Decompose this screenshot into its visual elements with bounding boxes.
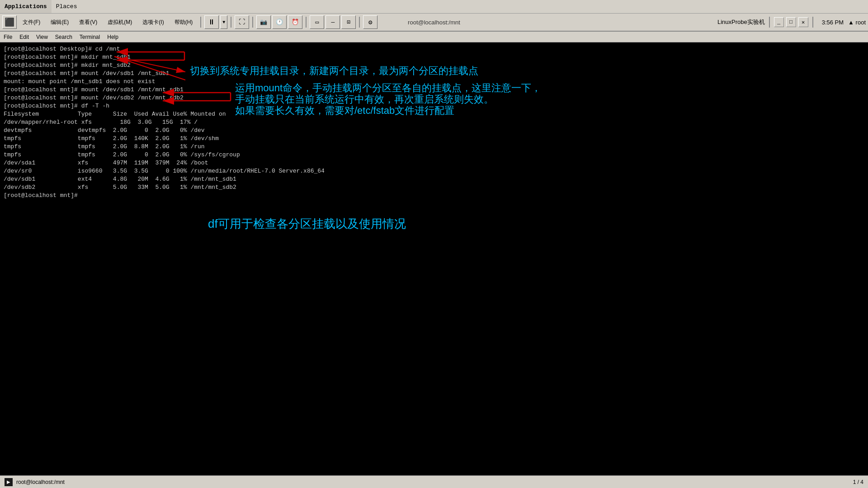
status-right: 1 / 4 xyxy=(853,479,863,485)
menu-applications[interactable]: Applications xyxy=(0,0,52,13)
terminal-line-4: mount: mount point /mnt_sdb1 does not ex… xyxy=(4,78,864,86)
toolbar-sep3 xyxy=(252,17,253,28)
toolbar-sep2 xyxy=(231,17,231,28)
terminal-line-14: /dev/sda1 xfs 497M 119M 379M 24% /boot xyxy=(4,159,864,167)
terminal-line-17: /dev/sdb2 xfs 5.0G 33M 5.0G 1% /mnt/mnt_… xyxy=(4,183,864,192)
toolbar-center-title: root@localhost:/mnt xyxy=(408,19,460,26)
status-bar: ▶ root@localhost:/mnt 1 / 4 xyxy=(0,475,868,488)
toolbar-user: ▲ root xyxy=(848,19,866,26)
terminal-menu-terminal[interactable]: Terminal xyxy=(76,32,104,42)
terminal-menu-file[interactable]: File xyxy=(0,32,16,42)
toolbar-help-cn[interactable]: 帮助(H) xyxy=(170,14,198,31)
terminal-line-1: [root@localhost mnt]# mkdir mnt_sdb1 xyxy=(4,53,864,61)
toolbar-tabs-cn[interactable]: 选项卡(I) xyxy=(138,14,168,31)
terminal-line-18: [root@localhost mnt]# xyxy=(4,192,864,200)
terminal-content[interactable]: [root@localhost Desktop]# cd /mnt [root@… xyxy=(0,42,868,475)
terminal-line-16: /dev/sdb1 ext4 4.8G 20M 4.6G 1% /mnt/mnt… xyxy=(4,175,864,183)
status-terminal-label: root@localhost:/mnt xyxy=(16,479,65,485)
terminal-icon-btn[interactable]: ⬛ xyxy=(2,15,17,29)
terminal-menubar: File Edit View Search Terminal Help xyxy=(0,32,868,42)
terminal-line-5: [root@localhost mnt]# mount /dev/sdb1 /m… xyxy=(4,86,864,94)
terminal-line-8: Filesystem Type Size Used Avail Use% Mou… xyxy=(4,110,864,118)
top-menubar: Applications Places xyxy=(0,0,868,14)
layout3-btn[interactable]: ⊡ xyxy=(341,15,356,29)
toolbar-sep6 xyxy=(769,17,770,28)
win-minimize[interactable]: _ xyxy=(774,17,784,27)
lab-name: LinuxProbe实验机 xyxy=(717,18,765,26)
terminal-menu-view[interactable]: View xyxy=(33,32,52,42)
main-toolbar: ⬛ 文件(F) 编辑(E) 查看(V) 虚拟机(M) 选项卡(I) 帮助(H) … xyxy=(0,14,868,32)
terminal-line-10: devtmpfs devtmpfs 2.0G 0 2.0G 0% /dev xyxy=(4,127,864,135)
terminal-line-0: [root@localhost Desktop]# cd /mnt xyxy=(4,45,864,53)
toolbar-file-cn[interactable]: 文件(F) xyxy=(18,14,45,31)
pause-btn[interactable]: ⏸ xyxy=(204,15,219,29)
menu-items: Applications Places xyxy=(0,0,81,13)
toolbar-view-cn[interactable]: 查看(V) xyxy=(75,14,102,31)
terminal-line-13: tmpfs tmpfs 2.0G 0 2.0G 0% /sys/fs/cgrou… xyxy=(4,151,864,159)
layout1-btn[interactable]: ▭ xyxy=(310,15,324,29)
layout2-btn[interactable]: — xyxy=(326,15,340,29)
terminal-line-6: [root@localhost mnt]# mount /dev/sdb2 /m… xyxy=(4,94,864,102)
snapshot3-btn[interactable]: ⏰ xyxy=(288,15,302,29)
toolbar-right: LinuxProbe实验机 _ □ ✕ 3:56 PM ▲ root xyxy=(717,17,866,28)
svg-text:df可用于检查各分区挂载以及使用情况: df可用于检查各分区挂载以及使用情况 xyxy=(208,217,406,230)
win-close[interactable]: ✕ xyxy=(798,17,808,27)
settings-btn[interactable]: ⚙ xyxy=(363,15,377,29)
status-left: ▶ root@localhost:/mnt xyxy=(5,478,65,486)
terminal-line-3: [root@localhost mnt]# mount /dev/sdb1 /m… xyxy=(4,70,864,78)
snapshot2-btn[interactable]: 🕐 xyxy=(272,15,287,29)
toolbar-vm-cn[interactable]: 虚拟机(M) xyxy=(103,14,137,31)
snapshot1-btn[interactable]: 📷 xyxy=(256,15,271,29)
terminal-line-7: [root@localhost mnt]# df -T -h xyxy=(4,102,864,110)
toolbar-sep7 xyxy=(812,17,813,28)
win-restore[interactable]: □ xyxy=(786,17,796,27)
toolbar-sep5 xyxy=(359,17,360,28)
toolbar-sep4 xyxy=(306,17,307,28)
terminal-line-2: [root@localhost mnt]# mkdir mnt_sdb2 xyxy=(4,61,864,70)
menu-places[interactable]: Places xyxy=(52,0,82,13)
terminal-line-11: tmpfs tmpfs 2.0G 140K 2.0G 1% /dev/shm xyxy=(4,135,864,143)
terminal-menu-help[interactable]: Help xyxy=(104,32,122,42)
toolbar-time: 3:56 PM xyxy=(822,19,844,26)
pause-dropdown[interactable]: ▼ xyxy=(220,15,227,29)
toolbar-edit-cn[interactable]: 编辑(E) xyxy=(46,14,73,31)
terminal-menu-edit[interactable]: Edit xyxy=(16,32,33,42)
toolbar-sep1 xyxy=(200,17,201,28)
fullscreen-btn[interactable]: ⛶ xyxy=(235,15,249,29)
status-terminal-icon: ▶ xyxy=(5,478,13,486)
terminal-line-15: /dev/sr0 iso9660 3.5G 3.5G 0 100% /run/m… xyxy=(4,167,864,175)
terminal-menu-search[interactable]: Search xyxy=(52,32,76,42)
terminal-line-9: /dev/mapper/rhel-root xfs 18G 3.0G 15G 1… xyxy=(4,118,864,127)
terminal-line-12: tmpfs tmpfs 2.0G 8.8M 2.0G 1% /run xyxy=(4,143,864,151)
